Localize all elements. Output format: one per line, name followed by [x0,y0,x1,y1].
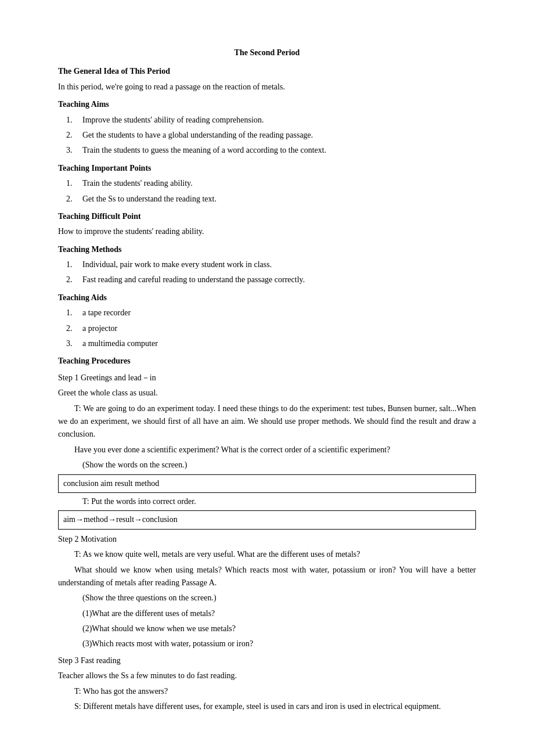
page-container: The Second Period The General Idea of Th… [58,46,476,713]
general-idea-content: In this period, we're going to read a pa… [58,81,476,93]
list-content: Improve the students' ability of reading… [82,114,476,127]
list-content: a tape recorder [82,307,476,319]
step-3-para-0: Teacher allows the Ss a few minutes to d… [58,669,476,682]
list-num: 3. [66,144,82,157]
list-item: 1. Individual, pair work to make every s… [58,258,476,271]
step-2: Step 2 Motivation T: As we know quite we… [58,533,476,651]
step-2-para-3: (1)What are the different uses of metals… [58,607,476,620]
list-content: Train the students to guess the meaning … [82,144,476,157]
step-3-para-2: S: Different metals have different uses,… [58,700,476,713]
step-2-para-2: (Show the three questions on the screen.… [58,592,476,604]
heading-procedures: Teaching Procedures [58,355,476,368]
section-methods: Teaching Methods 1. Individual, pair wor… [58,243,476,287]
step-2-para-1: What should we know when using metals? W… [58,564,476,590]
order-box: aim→method→result→conclusion [58,510,476,529]
step-1-para-0: Greet the whole class as usual. [58,387,476,399]
step-3-label: Step 3 Fast reading [58,654,476,667]
list-item: 2. Fast reading and careful reading to u… [58,273,476,286]
heading-important-points: Teaching Important Points [58,162,476,175]
step-1-para-2: Have you ever done a scientific experime… [58,444,476,456]
list-num: 2. [66,273,82,286]
step-2-para-4: (2)What should we know when we use metal… [58,622,476,635]
section-aids: Teaching Aids 1. a tape recorder 2. a pr… [58,291,476,351]
list-num: 2. [66,129,82,142]
list-num: 1. [66,307,82,319]
step-1-para-3: (Show the words on the screen.) [58,459,476,471]
list-item: 2. Get the students to have a global und… [58,129,476,142]
list-item: 2. a projector [58,322,476,335]
list-item: 2. Get the Ss to understand the reading … [58,193,476,206]
heading-teaching-aims: Teaching Aims [58,98,476,111]
section-important-points: Teaching Important Points 1. Train the s… [58,162,476,206]
list-item: 1. a tape recorder [58,307,476,319]
list-content: Get the students to have a global unders… [82,129,476,142]
heading-methods: Teaching Methods [58,243,476,256]
section-difficult-point: Teaching Difficult Point How to improve … [58,210,476,239]
step-2-para-5: (3)Which reacts most with water, potassi… [58,638,476,650]
difficult-point-content: How to improve the students' reading abi… [58,225,476,238]
section-teaching-aims: Teaching Aims 1. Improve the students' a… [58,98,476,157]
list-content: a multimedia computer [82,337,476,350]
words-box: conclusion aim result method [58,474,476,493]
step-3-para-1: T: Who has got the answers? [58,685,476,698]
section-general-idea: The General Idea of This Period In this … [58,65,476,93]
list-item: 3. Train the students to guess the meani… [58,144,476,157]
list-num: 1. [66,114,82,127]
list-content: Fast reading and careful reading to unde… [82,273,476,286]
step-1-label: Step 1 Greetings and lead－in [58,372,476,384]
page-title: The Second Period [58,46,476,59]
list-item: 1. Improve the students' ability of read… [58,114,476,127]
step-1-para-1: T: We are going to do an experiment toda… [58,402,476,441]
list-num: 1. [66,258,82,271]
step-1-instruction: T: Put the words into correct order. [58,495,476,508]
step-2-label: Step 2 Motivation [58,533,476,546]
list-num: 2. [66,322,82,335]
heading-aids: Teaching Aids [58,291,476,304]
list-content: Get the Ss to understand the reading tex… [82,193,476,206]
section-procedures: Teaching Procedures Step 1 Greetings and… [58,355,476,713]
list-content: a projector [82,322,476,335]
list-item: 3. a multimedia computer [58,337,476,350]
heading-general-idea: The General Idea of This Period [58,65,476,78]
list-content: Train the students' reading ability. [82,177,476,190]
list-num: 3. [66,337,82,350]
step-3: Step 3 Fast reading Teacher allows the S… [58,654,476,714]
list-num: 1. [66,177,82,190]
list-content: Individual, pair work to make every stud… [82,258,476,271]
list-item: 1. Train the students' reading ability. [58,177,476,190]
step-1: Step 1 Greetings and lead－in Greet the w… [58,372,476,530]
step-2-para-0: T: As we know quite well, metals are ver… [58,548,476,561]
list-num: 2. [66,193,82,206]
heading-difficult-point: Teaching Difficult Point [58,210,476,223]
